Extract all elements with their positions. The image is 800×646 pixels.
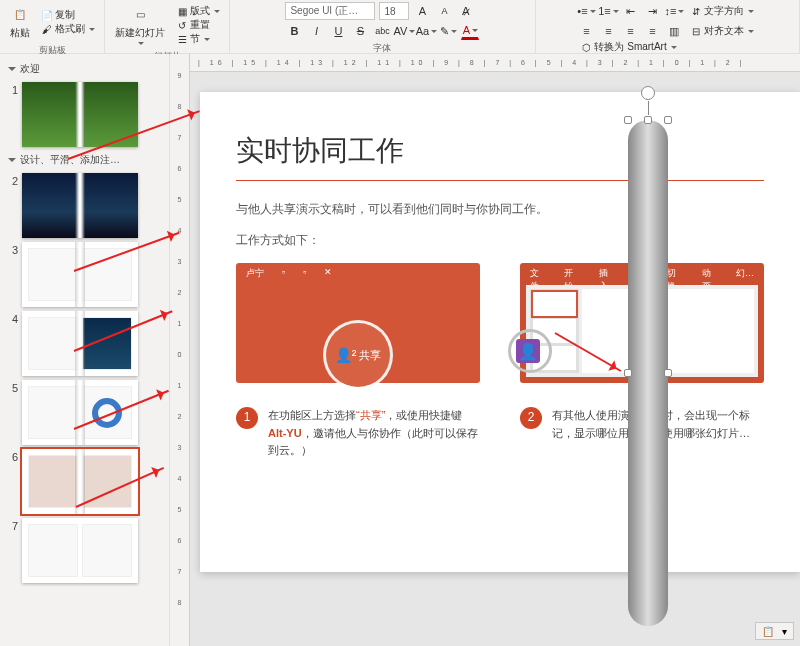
line-spacing-button[interactable]: ↕≡: [665, 2, 683, 20]
font-size-input[interactable]: [379, 2, 409, 20]
shrink-font-button[interactable]: A: [435, 2, 453, 20]
step-1-text: 在功能区上方选择“共享”，或使用快捷键 Alt-YU，邀请他人与你协作（此时可以…: [268, 407, 480, 460]
copy-label: 复制: [55, 8, 75, 22]
paste-icon: 📋: [10, 4, 30, 24]
selected-shape-pillar[interactable]: [628, 120, 668, 626]
section-icon: ☰: [176, 33, 188, 45]
screenshot-share: 卢宁▫▫✕ 👤²共享: [236, 263, 480, 383]
columns-button[interactable]: ▥: [665, 22, 683, 40]
thumb-slide-7[interactable]: [22, 518, 138, 583]
paste-button[interactable]: 📋 粘贴: [6, 2, 34, 42]
step-num-1: 1: [236, 407, 258, 429]
thumb-number: 6: [6, 449, 18, 463]
paragraph-group: •≡ 1≡ ⇤ ⇥ ↕≡ ⇵文字方向 ≡ ≡ ≡ ≡ ▥ ⊟对齐文本 ⬡转换为 …: [536, 0, 800, 53]
font-color-button[interactable]: A: [461, 22, 479, 40]
thumb-number: 4: [6, 311, 18, 325]
person-icon: 👤: [518, 342, 538, 361]
paste-options-button[interactable]: 📋▾: [755, 622, 794, 640]
strike-button[interactable]: S: [351, 22, 369, 40]
layout-button[interactable]: ▦版式: [173, 4, 223, 18]
text-direction-button[interactable]: ⇵文字方向: [687, 4, 757, 18]
font-group: A A A̷ B I U S abc AV Aa ✎ A 字体: [230, 0, 536, 53]
inc-indent-button[interactable]: ⇥: [643, 2, 661, 20]
vertical-ruler: 987654321012345678: [170, 54, 190, 646]
slide-title: 实时协同工作: [236, 132, 764, 170]
section-button[interactable]: ☰节: [173, 32, 223, 46]
grow-font-button[interactable]: A: [413, 2, 431, 20]
shadow-button[interactable]: abc: [373, 22, 391, 40]
share-badge-text: 共享: [359, 348, 381, 363]
presence-avatar: 👤: [516, 339, 540, 363]
slide: 实时协同工作 与他人共享演示文稿时，可以看到他们同时与你协同工作。 工作方式如下…: [200, 92, 800, 572]
slide-thumbnails-pane[interactable]: 欢迎 1 设计、平滑、添加注… 2 3 4 5 6 7: [0, 54, 170, 646]
slide-canvas[interactable]: 实时协同工作 与他人共享演示文稿时，可以看到他们同时与你协同工作。 工作方式如下…: [190, 72, 800, 646]
format-painter-button[interactable]: 🖌格式刷: [38, 22, 98, 36]
spacing-button[interactable]: AV: [395, 22, 413, 40]
font-name-input[interactable]: [285, 2, 375, 20]
thumb-slide-2[interactable]: [22, 173, 138, 238]
resize-handle-ne[interactable]: [664, 116, 672, 124]
slide-intro: 与他人共享演示文稿时，可以看到他们同时与你协同工作。: [236, 201, 764, 218]
slide-howto: 工作方式如下：: [236, 232, 764, 249]
smartart-button[interactable]: ⬡转换为 SmartArt: [577, 40, 757, 54]
copy-icon: 📄: [41, 9, 53, 21]
change-case-button[interactable]: Aa: [417, 22, 435, 40]
thumb-slide-4[interactable]: [22, 311, 138, 376]
step-num-2: 2: [520, 407, 542, 429]
align-center-button[interactable]: ≡: [599, 22, 617, 40]
window-close-icon: ✕: [324, 267, 332, 280]
new-slide-button[interactable]: ▭ 新建幻灯片: [111, 2, 169, 48]
resize-handle-nw[interactable]: [624, 116, 632, 124]
thumb-slide-5[interactable]: [22, 380, 138, 445]
thumb-number: 1: [6, 82, 18, 96]
section-header-welcome[interactable]: 欢迎: [0, 58, 169, 80]
thumb-number: 2: [6, 173, 18, 187]
section-label: 节: [190, 32, 200, 46]
format-painter-label: 格式刷: [55, 22, 85, 36]
brush-icon: 🖌: [41, 23, 53, 35]
reset-icon: ↺: [176, 19, 188, 31]
resize-handle-w[interactable]: [624, 369, 632, 377]
bold-button[interactable]: B: [285, 22, 303, 40]
layout-label: 版式: [190, 4, 210, 18]
align-right-button[interactable]: ≡: [621, 22, 639, 40]
thumb-number: 3: [6, 242, 18, 256]
paste-label: 粘贴: [10, 26, 30, 40]
new-slide-icon: ▭: [130, 4, 150, 24]
smartart-label: 转换为 SmartArt: [594, 40, 666, 54]
clear-format-button[interactable]: A̷: [457, 2, 475, 20]
resize-handle-e[interactable]: [664, 369, 672, 377]
reset-label: 重置: [190, 18, 210, 32]
clipboard-group: 📋 粘贴 📄复制 🖌格式刷 剪贴板: [0, 0, 105, 53]
align-text-button[interactable]: ⊟对齐文本: [687, 24, 757, 38]
window-min-icon: ▫: [282, 267, 285, 280]
highlight-button[interactable]: ✎: [439, 22, 457, 40]
text-dir-icon: ⇵: [690, 5, 702, 17]
share-badge: 👤²共享: [326, 323, 390, 387]
align-left-button[interactable]: ≡: [577, 22, 595, 40]
align-text-icon: ⊟: [690, 25, 702, 37]
thumb-number: 5: [6, 380, 18, 394]
resize-handle-n[interactable]: [644, 116, 652, 124]
thumb-slide-1[interactable]: [22, 82, 138, 147]
italic-button[interactable]: I: [307, 22, 325, 40]
window-max-icon: ▫: [303, 267, 306, 280]
chevron-down-icon: ▾: [782, 626, 787, 637]
paste-options-icon: 📋: [762, 626, 774, 637]
copy-button[interactable]: 📄复制: [38, 8, 98, 22]
underline-button[interactable]: U: [329, 22, 347, 40]
bullets-button[interactable]: •≡: [577, 2, 595, 20]
dec-indent-button[interactable]: ⇤: [621, 2, 639, 20]
shot-username: 卢宁: [246, 267, 264, 280]
horizontal-ruler: | 16 | 15 | 14 | 13 | 12 | 11 | 10 | 9 |…: [190, 54, 800, 72]
title-underline: [236, 180, 764, 181]
numbering-button[interactable]: 1≡: [599, 2, 617, 20]
layout-icon: ▦: [176, 5, 188, 17]
justify-button[interactable]: ≡: [643, 22, 661, 40]
reset-button[interactable]: ↺重置: [173, 18, 223, 32]
smartart-icon: ⬡: [580, 41, 592, 53]
rotate-handle[interactable]: [641, 86, 655, 100]
slides-group: ▭ 新建幻灯片 ▦版式 ↺重置 ☰节 幻灯片: [105, 0, 230, 53]
thumb-number: 7: [6, 518, 18, 532]
new-slide-label: 新建幻灯片: [115, 26, 165, 40]
